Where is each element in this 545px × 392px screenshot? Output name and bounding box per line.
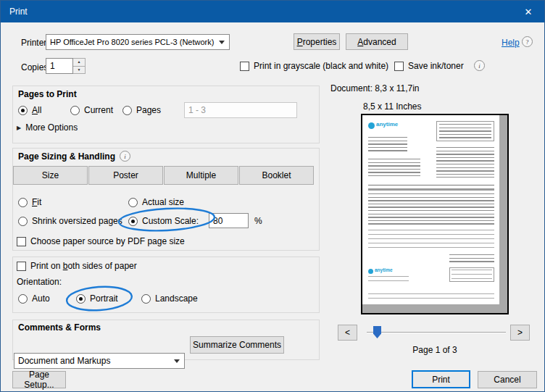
page-sizing-heading-text: Page Sizing & Handling [18,151,115,162]
save-ink-checkbox[interactable]: Save ink/toner [394,61,464,71]
copies-increment-button[interactable]: ▲ [73,58,86,67]
advanced-button[interactable]: Advanced [346,33,408,50]
preview-text-lines [436,147,494,178]
radio-circle [18,217,28,226]
preview-text-lines [368,293,494,299]
radio-actual-size[interactable]: Actual size [128,197,184,207]
radio-fit[interactable]: Fit [18,197,41,207]
preview-text-lines [439,124,491,138]
multiple-button[interactable]: Multiple [164,166,238,185]
help-icon[interactable]: ? [522,36,533,47]
cancel-button[interactable]: Cancel [478,371,537,388]
help-link[interactable]: Help [502,38,520,48]
window-title: Print [9,7,28,17]
info-icon: i [474,60,485,71]
both-sides-checkbox[interactable]: Print on both sides of paper [17,261,137,271]
preview-logo-icon [368,122,375,129]
radio-pages[interactable]: Pages [122,105,161,115]
printer-label: Printer: [21,38,49,48]
preview-header-box [436,121,494,141]
size-button[interactable]: Size [13,166,88,185]
radio-actual-size-label: Actual size [142,197,184,207]
page-preview: anytime anytime [361,114,509,314]
radio-all[interactable]: All [18,105,41,115]
page-setup-button[interactable]: Page Setup... [12,371,66,388]
preview-margin-strip-bottom [362,304,507,313]
info-icon: i [120,151,130,162]
preview-footer-logo-icon [368,269,373,274]
document-size-text: Document: 8,3 x 11,7in [330,83,420,93]
paper-source-checkbox-label: Choose paper source by PDF page size [30,236,185,246]
grayscale-checkbox-label: Print in grayscale (black and white) [254,61,388,71]
preview-text-lines [452,270,492,280]
printer-select[interactable]: HP OfficeJet Pro 8020 series PCL-3 (Netw… [46,34,230,50]
chevron-down-icon [174,359,180,363]
preview-footer-box [449,267,494,282]
radio-custom-scale-label: Custom Scale: [142,216,199,226]
radio-portrait-label: Portrait [90,293,118,304]
comments-forms-select-value: Document and Markups [18,356,110,366]
previous-page-button[interactable]: < [338,325,357,341]
copies-input[interactable] [46,58,73,74]
checkbox-box [240,62,249,71]
radio-shrink-oversized[interactable]: Shrink oversized pages [18,216,122,226]
preview-text-lines [368,276,409,285]
next-page-button[interactable]: > [510,325,530,341]
pages-to-print-heading-text: Pages to Print [18,89,77,99]
radio-circle [18,294,28,304]
page-status: Page 1 of 3 [361,345,509,355]
scale-input[interactable] [209,213,249,228]
radio-current[interactable]: Current [70,105,113,115]
summarize-comments-button[interactable]: Summarize Comments [190,336,284,354]
checkbox-box [17,237,26,246]
preview-table-rows [368,193,494,225]
radio-fit-label: Fit [32,197,41,207]
preview-table-header [368,188,494,191]
page-slider-track[interactable] [367,332,506,333]
copies-decrement-button[interactable]: ▼ [73,67,86,75]
grayscale-checkbox[interactable]: Print in grayscale (black and white) [240,61,388,71]
save-ink-checkbox-label: Save ink/toner [408,61,464,71]
radio-circle [76,294,86,304]
page-slider-handle[interactable] [373,326,381,338]
percent-label: % [254,216,262,226]
radio-custom-scale[interactable]: Custom Scale: [128,216,199,226]
comments-forms-select[interactable]: Document and Markups [14,353,185,369]
radio-circle [18,106,28,115]
radio-auto-label: Auto [32,293,50,304]
both-sides-checkbox-label: Print on both sides of paper [30,261,137,271]
preview-footer-logo-text: anytime [375,267,393,272]
radio-auto[interactable]: Auto [18,293,50,304]
checkbox-box [17,262,26,271]
radio-pages-label: Pages [136,105,161,115]
radio-landscape-label: Landscape [155,293,198,304]
booklet-button[interactable]: Booklet [239,166,314,185]
preview-divider [368,185,494,185]
comments-forms-heading-text: Comments & Forms [18,322,101,333]
print-button[interactable]: Print [412,370,470,388]
radio-all-label: All [32,105,41,115]
pages-to-print-heading: Pages to Print [18,89,77,99]
preview-totals-lines [449,254,494,263]
more-options-toggle[interactable]: ▶ More Options [17,122,78,133]
radio-circle [70,106,80,115]
paper-size-text: 8,5 x 11 Inches [363,101,422,112]
radio-portrait[interactable]: Portrait [76,293,118,304]
preview-logo-text: anytime [376,121,398,128]
radio-circle [18,198,28,207]
radio-circle [128,198,138,207]
properties-button[interactable]: Properties [294,33,340,50]
paper-source-checkbox[interactable]: Choose paper source by PDF page size [17,236,185,246]
radio-circle [141,294,151,304]
close-icon[interactable]: ✕ [512,1,544,22]
preview-margin-strip-right [499,115,507,313]
radio-landscape[interactable]: Landscape [141,293,198,304]
pages-range-input[interactable] [184,102,297,118]
poster-button[interactable]: Poster [88,166,163,185]
radio-circle [122,106,132,115]
printer-select-value: HP OfficeJet Pro 8020 series PCL-3 (Netw… [50,38,214,46]
radio-circle [128,217,138,226]
preview-text-lines [368,230,494,250]
more-options-label: More Options [25,122,78,133]
checkbox-box [394,62,404,71]
